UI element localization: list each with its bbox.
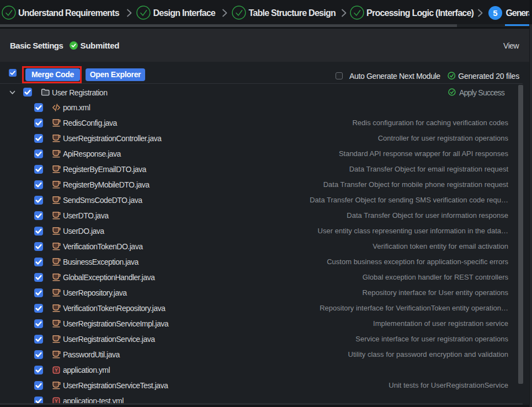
svg-text:Y: Y <box>54 367 58 373</box>
